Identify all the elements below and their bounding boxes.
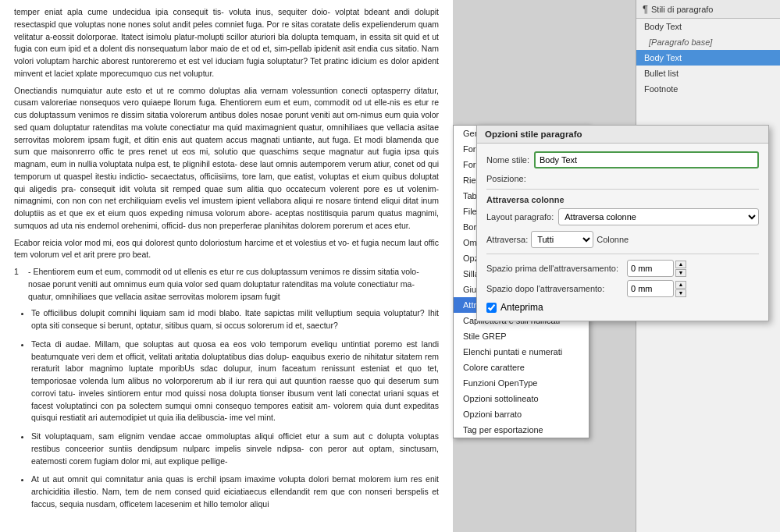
main-dialog: Opzioni stile paragrafo Nome stile: Posi… xyxy=(476,125,769,321)
posizione-label: Posizione: xyxy=(486,174,526,183)
nome-stile-label: Nome stile: xyxy=(486,155,529,165)
separator-1 xyxy=(486,189,759,190)
separator-2 xyxy=(486,254,759,254)
posizione-row: Posizione: xyxy=(486,174,759,183)
nome-stile-row: Nome stile: xyxy=(486,151,759,168)
spazio-prima-input[interactable] xyxy=(627,260,674,277)
attraversa-select[interactable]: Tutti xyxy=(531,231,593,248)
styles-icon: ¶ xyxy=(643,3,648,15)
doc-paragraph-2: Onectiandis numquiatur aute esto et ut r… xyxy=(14,85,439,232)
anteprima-label[interactable]: Anteprima xyxy=(500,302,543,313)
spazio-prima-row: Spazio prima dell'attraversamento: ▲ ▼ xyxy=(486,260,759,277)
spazio-dopo-row: Spazio dopo l'attraversamento: ▲ ▼ xyxy=(486,280,759,297)
menu-item-elenchi[interactable]: Elenchi puntati e numerati xyxy=(454,344,589,360)
bullet-item-3: Sit voluptaquam, sam elignim vendae acca… xyxy=(31,431,439,467)
style-item-footnote[interactable]: Footnote xyxy=(636,81,780,97)
style-item-body-text-top[interactable]: Body Text xyxy=(636,19,780,34)
spazio-prima-spinner: ▲ ▼ xyxy=(627,260,686,277)
nome-stile-input[interactable] xyxy=(534,151,759,168)
menu-item-sottolineato[interactable]: Opzioni sottolineato xyxy=(454,391,589,406)
doc-paragraph-3: Ecabor reicia volor mod mi, eos qui dolo… xyxy=(14,237,439,262)
spazio-prima-up[interactable]: ▲ xyxy=(675,261,686,268)
bullet-list: Te officilibus dolupit comnihi liquiam s… xyxy=(31,307,439,510)
menu-item-opentype[interactable]: Funzioni OpenType xyxy=(454,375,589,391)
numbered-paragraph: 1 - Ehentiorem eum et eum, commodit od u… xyxy=(14,266,439,303)
menu-item-barrato[interactable]: Opzioni barrato xyxy=(454,406,589,422)
menu-item-colore[interactable]: Colore carattere xyxy=(454,360,589,375)
layout-paragrafo-label: Layout paragrafo: xyxy=(486,212,554,222)
anteprima-checkbox[interactable] xyxy=(486,303,497,313)
bullet-item-1: Te officilibus dolupit comnihi liquiam s… xyxy=(31,307,439,332)
menu-item-stile-grep[interactable]: Stile GREP xyxy=(454,328,589,344)
attraversa-section-label: Attraversa colonne xyxy=(486,195,759,204)
para-number: 1 xyxy=(14,266,28,303)
attraversa-row: Attraversa: Tutti Colonne xyxy=(486,231,759,248)
spazio-dopo-spinner: ▲ ▼ xyxy=(627,280,686,297)
spazio-prima-down[interactable]: ▼ xyxy=(675,269,686,277)
style-item-bullet-list[interactable]: Bullet list xyxy=(636,66,780,81)
spazio-dopo-label: Spazio dopo l'attraversamento: xyxy=(486,284,623,293)
spazio-dopo-down[interactable]: ▼ xyxy=(675,289,686,297)
spazio-prima-spinner-buttons: ▲ ▼ xyxy=(675,261,686,277)
document-content: temper eniat apla cume undecidua ipia co… xyxy=(0,0,453,523)
layout-paragrafo-select[interactable]: Attraversa colonne xyxy=(558,208,759,225)
layout-paragrafo-row: Layout paragrafo: Attraversa colonne xyxy=(486,208,759,225)
dialog-body: Nome stile: Posizione: Attraversa colonn… xyxy=(477,144,768,321)
spazio-dopo-input[interactable] xyxy=(627,280,674,297)
bullet-item-4: At ut aut omnit qui comnitatur ania quas… xyxy=(31,473,439,510)
styles-panel-header: ¶ Stili di paragrafo xyxy=(636,0,780,19)
bullet-item-2: Tecta di audae. Millam, que soluptas aut… xyxy=(31,339,439,424)
spazio-prima-label: Spazio prima dell'attraversamento: xyxy=(486,264,623,273)
spazio-dopo-up[interactable]: ▲ xyxy=(675,281,686,289)
menu-item-tag-esportazione[interactable]: Tag per esportazione xyxy=(454,422,589,438)
attraversa-label: Attraversa: xyxy=(486,235,528,244)
spazio-dopo-spinner-buttons: ▲ ▼ xyxy=(675,281,686,297)
style-item-paragraph-base[interactable]: [Paragrafo base] xyxy=(636,34,780,50)
dialog-titlebar: Opzioni stile paragrafo xyxy=(477,126,768,144)
colonne-label: Colonne xyxy=(597,235,629,244)
doc-paragraph-1: temper eniat apla cume undecidua ipia co… xyxy=(14,6,439,80)
document-area: temper eniat apla cume undecidua ipia co… xyxy=(0,0,453,532)
style-item-body-text-selected[interactable]: Body Text xyxy=(636,50,780,66)
styles-panel-title: Stili di paragrafo xyxy=(651,5,714,14)
anteprima-row: Anteprima xyxy=(486,302,759,313)
numbered-para-text: - Ehentiorem eum et eum, commodit od ut … xyxy=(28,266,439,303)
